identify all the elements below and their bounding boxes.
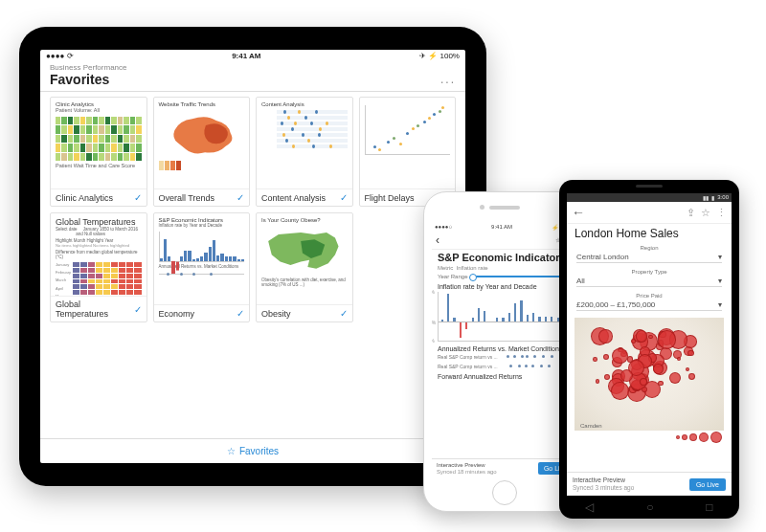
thumb-sub: Inflation rate by Year and Decade [159, 223, 245, 228]
card-obesity[interactable]: Is Your County Obese? Obesity's correlat… [256, 212, 353, 322]
card-clinic-analytics[interactable]: Clinic Analytics Patient Volume: All Pat… [50, 97, 147, 207]
iphone-earpiece [489, 206, 520, 210]
chevron-down-icon: ▾ [718, 277, 722, 285]
divider [40, 91, 465, 92]
android-navbar: ◁ ○ □ [559, 499, 739, 515]
battery-icon: ▮ [711, 194, 714, 201]
tablet-screen: ●●●● ⟳ 9:41 AM ✈ ⚡ 100% Business Perform… [40, 50, 465, 463]
android-statusbar: ▮▮ ▮ 3:00 [567, 193, 732, 202]
card-label: Global Temperatures [56, 299, 134, 319]
back-icon[interactable]: ‹ [436, 233, 439, 247]
more-icon[interactable]: ... [440, 73, 456, 86]
checkmark-icon[interactable]: ✓ [340, 192, 348, 203]
dotstrip-row: Real S&P Comp return vs ... [432, 352, 577, 362]
ytick: 10% [432, 289, 435, 295]
android-speaker [636, 185, 663, 188]
bars-mini [159, 232, 245, 262]
card-flight-delays[interactable]: Flight Delays ✓ [359, 97, 457, 207]
iphone-home-button[interactable] [492, 480, 517, 505]
chevron-down-icon: ▾ [718, 300, 722, 309]
star-icon: ☆ [227, 446, 236, 456]
ytick: -10% [432, 338, 435, 344]
slider-track[interactable] [471, 276, 572, 277]
card-thumb: Clinic Analytics Patient Volume: All Pat… [51, 98, 146, 188]
checkmark-icon[interactable]: ✓ [237, 308, 244, 319]
card-label: Obesity [261, 309, 291, 319]
card-label: Overall Trends [159, 193, 215, 203]
china-map-mini [159, 111, 245, 159]
tablet-device: ●●●● ⟳ 9:41 AM ✈ ⚡ 100% Business Perform… [19, 27, 486, 486]
bottom-tab-label: Favorites [239, 446, 279, 456]
card-thumb: Is Your County Obese? Obesity's correlat… [257, 213, 352, 304]
status-right: ✈ ⚡ 100% [419, 52, 460, 60]
signal-icon: ▮▮ [703, 194, 709, 201]
row-label: Real S&P Comp return vs ... [438, 364, 498, 369]
android-recent-icon[interactable]: □ [706, 500, 712, 514]
card-global-temperatures[interactable]: Global Temperatures Select date January … [50, 212, 147, 322]
section-heading: Inflation rate by Year and Decade [432, 281, 577, 290]
section-heading: Annualized Returns vs. Market Conditions [432, 344, 577, 352]
field-label: Price Paid [576, 293, 722, 299]
iphone-camera [480, 205, 484, 210]
london-map[interactable]: Camden [574, 318, 724, 431]
tablet-bottom-tab[interactable]: ☆ Favorites [40, 438, 465, 463]
iphone-title: S&P Economic Indicators [432, 250, 577, 265]
page-title: Favorites [50, 72, 109, 87]
thumb-title: Content Analysis [261, 101, 348, 107]
card-overall-trends[interactable]: Website Traffic Trends Overall Trends ✓ [153, 97, 251, 207]
go-live-button[interactable]: Go Live [689, 478, 726, 491]
card-thumb: Global Temperatures Select date January … [51, 213, 146, 296]
field-property-type[interactable]: Property Type All▾ [576, 269, 722, 287]
tablet-header: Business Performance Favorites ... [40, 62, 465, 91]
field-price-paid[interactable]: Price Paid £200,000 – £1,750,000▾ [576, 293, 722, 311]
android-screen: ▮▮ ▮ 3:00 ← ⇪ ☆ ⋮ London Home Sales Regi… [567, 193, 732, 496]
scatter-mini [365, 105, 451, 155]
card-economy[interactable]: S&P Economic Indicators Inflation rate b… [153, 212, 251, 322]
field-label: Region [576, 245, 722, 251]
back-icon[interactable]: ← [572, 205, 585, 220]
android-home-icon[interactable]: ○ [646, 500, 653, 514]
thumb-sub: Difference from median global temperatur… [56, 250, 142, 259]
iphone-footer: Interactive Preview Synced 18 minutes ag… [432, 458, 577, 478]
inflation-bar-chart: 10% 0% -10% [438, 292, 572, 342]
field-value: All [576, 277, 585, 285]
more-icon[interactable]: ⋮ [716, 207, 727, 219]
thumb-title: Website Traffic Trends [159, 101, 245, 107]
month-label: January [56, 262, 71, 267]
bubble-legend [567, 431, 732, 444]
card-thumb: S&P Economic Indicators Inflation rate b… [154, 213, 250, 304]
footer-label: Interactive Preview [573, 477, 634, 484]
status-time: 9:41 AM [232, 52, 260, 60]
footer-sub: Synced 18 minutes ago [437, 469, 497, 476]
us-map-mini [261, 223, 348, 277]
checkmark-icon[interactable]: ✓ [237, 192, 244, 203]
month-label: March [56, 277, 71, 282]
year-range-slider[interactable]: Year Range 1913 – 2015 [432, 271, 577, 281]
android-device: ◁ ○ □ ▮▮ ▮ 3:00 ← ⇪ ☆ ⋮ London Home Sale… [559, 180, 739, 519]
status-time: 9:41 AM [491, 224, 512, 231]
android-back-icon[interactable]: ◁ [585, 500, 594, 514]
chevron-down-icon: ▾ [718, 253, 722, 261]
thumb-sub: Patient Volume: All [56, 107, 142, 113]
status-time: 3:00 [717, 194, 729, 201]
field-region[interactable]: Region Central London▾ [576, 245, 722, 263]
card-label: Clinic Analytics [56, 193, 113, 203]
android-appbar: ← ⇪ ☆ ⋮ [567, 202, 732, 224]
dotstrip-row: Real S&P Comp return vs ... [432, 362, 577, 371]
card-content-analysis[interactable]: Content Analysis Content Analysis ✓ [256, 97, 353, 207]
checkmark-icon[interactable]: ✓ [134, 192, 142, 203]
thumb-title: Global Temperatures [56, 217, 142, 227]
row-label: Real S&P Comp return vs ... [438, 354, 498, 360]
footer-label: Interactive Preview [437, 462, 497, 469]
card-label: Flight Delays [365, 193, 415, 203]
checkmark-icon[interactable]: ✓ [134, 304, 142, 315]
card-thumb: Content Analysis [257, 98, 352, 188]
card-thumb [360, 98, 456, 188]
star-icon[interactable]: ☆ [701, 207, 710, 219]
thumb-sub: Patient Wait Time and Care Score [56, 163, 142, 168]
status-left: ●●●●○ [435, 224, 452, 231]
checkmark-icon[interactable]: ✓ [340, 308, 348, 319]
share-icon[interactable]: ⇪ [687, 207, 695, 219]
footer-sub: Synced 3 minutes ago [573, 484, 634, 492]
breadcrumb[interactable]: Business Performance [50, 63, 456, 72]
